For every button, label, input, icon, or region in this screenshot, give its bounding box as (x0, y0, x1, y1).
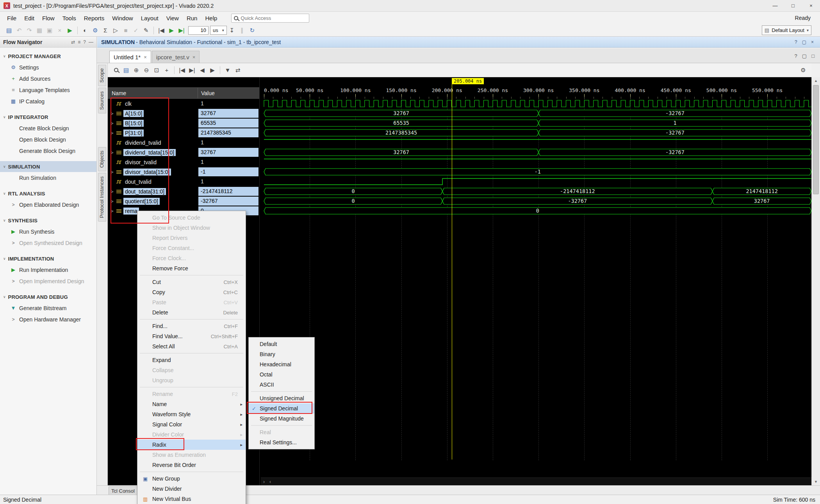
signal-row-clk[interactable]: clk1 (108, 99, 259, 108)
flow-item-run-implementation[interactable]: ▶Run Implementation (0, 264, 96, 275)
menu-item-copy[interactable]: CopyCtrl+C (137, 287, 246, 297)
signal-row-dout-tdata-31-0[interactable]: >dout_tdata[31:0]-2147418112 (108, 186, 259, 196)
section-header-ip-integrator[interactable]: ∨IP INTEGRATOR (0, 112, 96, 122)
signal-row-dout-tvalid[interactable]: dout_tvalid1 (108, 177, 259, 186)
expand-icon[interactable]: > (111, 150, 116, 155)
zoom-in-icon[interactable]: ⊕ (131, 65, 141, 75)
tab-close-icon[interactable]: × (193, 54, 196, 60)
previous-transition-icon[interactable]: ◀ (197, 65, 207, 75)
radix-option-ascii[interactable]: ASCII (249, 380, 314, 390)
menu-item-select-all[interactable]: Select AllCtrl+A (137, 341, 246, 351)
expand-icon[interactable]: > (111, 209, 116, 213)
scroll-up-icon[interactable]: ▲ (812, 77, 820, 84)
waveform-settings-gear-icon[interactable]: ⚙ (798, 65, 808, 75)
flow-item-settings[interactable]: ⚙Settings (0, 62, 96, 73)
menu-run[interactable]: Run (183, 13, 201, 23)
expand-icon[interactable]: > (111, 189, 116, 194)
menu-item-expand[interactable]: Expand (137, 355, 246, 365)
edit-icon[interactable]: ✎ (141, 25, 151, 35)
vertical-scrollbar[interactable]: ▲ ▼ (811, 77, 820, 485)
signal-row-dividend-tdata-15-0[interactable]: >dividend_tdata[15:0]32767 (108, 147, 259, 157)
side-tab-protocol-instances[interactable]: Protocol Instances (98, 173, 106, 222)
save-icon[interactable]: ▤ (4, 25, 14, 35)
flow-item-generate-bitstream[interactable]: ▼Generate Bitstream (0, 302, 96, 314)
signal-row-b-15-0[interactable]: >B[15:0]65535 (108, 118, 259, 128)
find-icon[interactable] (111, 65, 121, 75)
tab-close-icon[interactable]: × (144, 54, 147, 60)
radix-option-signed-decimal[interactable]: ✓Signed Decimal (249, 403, 314, 413)
expand-icon[interactable]: > (111, 121, 116, 126)
radix-option-octal[interactable]: Octal (249, 369, 314, 380)
menu-reports[interactable]: Reports (80, 13, 109, 23)
scrollbar-thumb[interactable] (813, 85, 819, 194)
signal-row-divisor-tdata-15-0[interactable]: >divisor_tdata[15:0]-1 (108, 167, 259, 177)
menu-view[interactable]: View (162, 13, 183, 23)
time-cursor[interactable] (452, 84, 452, 460)
signal-row-quotient-15-0[interactable]: >quotient[15:0]-32767 (108, 196, 259, 206)
run-outline-icon[interactable]: ▷ (111, 25, 121, 35)
run-all-icon[interactable]: ▶ (166, 25, 176, 35)
signal-row-a-15-0[interactable]: >A[15:0]32767 (108, 108, 259, 118)
scroll-left-icon[interactable]: › (263, 479, 265, 484)
float-icon[interactable]: ▢ (802, 39, 806, 45)
signal-row-p-31-0[interactable]: >P[31:0]2147385345 (108, 128, 259, 138)
relaunch-icon[interactable]: ↻ (247, 25, 257, 35)
collapse-panel-icon[interactable]: — (89, 39, 93, 45)
flow-item-run-simulation[interactable]: Run Simulation (0, 172, 96, 183)
radix-option-binary[interactable]: Binary (249, 349, 314, 359)
flow-item-generate-block-design[interactable]: Generate Block Design (0, 145, 96, 156)
side-tab-objects[interactable]: Objects (98, 147, 106, 171)
menu-edit[interactable]: Edit (20, 13, 38, 23)
tab-untitled-1[interactable]: Untitled 1*× (109, 51, 151, 63)
menu-tools[interactable]: Tools (59, 13, 80, 23)
flow-item-open-elaborated-design[interactable]: >Open Elaborated Design (0, 199, 96, 210)
section-header-implementation[interactable]: ∨IMPLEMENTATION (0, 253, 96, 264)
quick-access-input[interactable] (241, 15, 299, 21)
menu-item-new-virtual-bus[interactable]: ▥New Virtual Bus (137, 494, 246, 504)
swap-icon[interactable]: ⇄ (71, 39, 75, 45)
radix-option-real-settings[interactable]: Real Settings... (249, 437, 314, 447)
go-to-end-icon[interactable]: ▶| (187, 65, 197, 75)
timer-icon[interactable]: ◐ (80, 25, 90, 35)
menu-item-new-divider[interactable]: New Divider (137, 484, 246, 494)
menu-layout[interactable]: Layout (137, 13, 162, 23)
section-header-project-manager[interactable]: ∨PROJECT MANAGER (0, 51, 96, 62)
menu-item-name[interactable]: Name▸ (137, 399, 246, 409)
list-icon[interactable]: ≡ (78, 39, 80, 45)
menu-item-reverse-bit-order[interactable]: Reverse Bit Order (137, 460, 246, 470)
layout-selector[interactable]: ▤ Default Layout ▾ (762, 25, 811, 35)
swap-cursors-icon[interactable]: ⇄ (233, 65, 243, 75)
flow-item-open-block-design[interactable]: Open Block Design (0, 134, 96, 145)
horizontal-scrollbar[interactable]: › ‹ (261, 477, 811, 485)
zoom-to-cursor-icon[interactable]: + (162, 65, 172, 75)
float-icon[interactable]: ▢ (802, 53, 807, 59)
next-transition-icon[interactable]: ▶ (207, 65, 217, 75)
expand-icon[interactable]: > (111, 111, 116, 116)
radix-option-default[interactable]: Default (249, 339, 314, 349)
menu-file[interactable]: File (3, 13, 20, 23)
waveform-canvas[interactable]: 32767-327676553512147385345-3276732767-3… (261, 99, 811, 216)
waveform-panel[interactable]: 0.000 ns50.000 ns100.000 ns150.000 ns200… (261, 77, 811, 485)
close-button[interactable]: × (802, 0, 820, 11)
step-icon[interactable]: ↧ (227, 25, 237, 35)
run-icon[interactable]: ▶ (65, 25, 75, 35)
maximize-button[interactable]: □ (784, 0, 802, 11)
flow-item-ip-catalog[interactable]: ▦IP Catalog (0, 96, 96, 107)
flow-item-open-synthesized-design[interactable]: >Open Synthesized Design (0, 237, 96, 248)
expand-icon[interactable]: > (111, 131, 116, 135)
maximize-icon[interactable]: □ (811, 53, 815, 59)
expand-icon[interactable]: > (111, 199, 116, 204)
flow-item-create-block-design[interactable]: Create Block Design (0, 122, 96, 134)
side-tab-scope[interactable]: Scope (98, 65, 106, 86)
minimize-button[interactable]: — (766, 0, 784, 11)
menu-item-delete[interactable]: DeleteDelete (137, 307, 246, 318)
simulation-time-input[interactable] (188, 26, 209, 35)
go-to-start-icon[interactable]: |◀ (177, 65, 187, 75)
section-header-simulation[interactable]: ∨SIMULATION (0, 161, 96, 172)
quick-access-search[interactable] (231, 14, 309, 23)
menu-window[interactable]: Window (108, 13, 137, 23)
tab-tcl-console[interactable]: Tcl Consol (109, 486, 139, 495)
expand-icon[interactable]: > (111, 170, 116, 174)
time-unit-select[interactable]: us ▾ (210, 26, 227, 35)
help-icon[interactable]: ? (83, 39, 86, 45)
